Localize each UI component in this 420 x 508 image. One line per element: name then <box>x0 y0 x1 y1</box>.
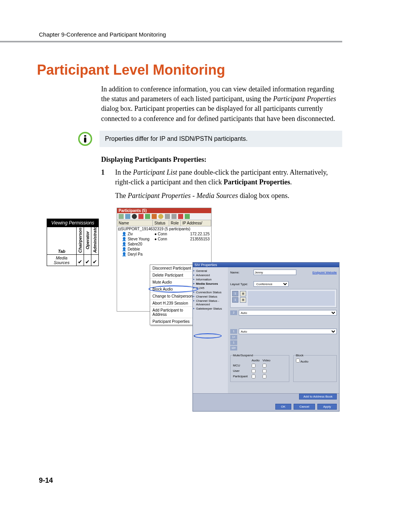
sel-num-2[interactable]: 1 <box>230 329 237 334</box>
sel-num-4[interactable]: 1 <box>230 340 237 345</box>
side-information[interactable]: Information <box>194 277 227 282</box>
context-menu: Disconnect Participant Delete Participan… <box>150 265 200 325</box>
mcu-audio-check[interactable] <box>252 364 256 368</box>
menu-add-address[interactable]: Add Participant to Address <box>150 307 199 318</box>
intro-text-b: Participant Properties <box>273 95 336 103</box>
tb-icon-4[interactable] <box>138 214 144 219</box>
cancel-button[interactable]: Cancel <box>294 404 315 410</box>
tb-icon-11[interactable] <box>185 214 190 219</box>
tb-icon-1[interactable] <box>119 214 124 219</box>
layout-type-label: Layout Type: <box>230 282 254 286</box>
side-gatekeeper-status[interactable]: Gatekeeper Status <box>194 307 227 311</box>
tb-icon-6[interactable] <box>152 214 157 219</box>
layout-btn-1[interactable]: 1 <box>232 291 238 296</box>
note-box: Properties differ for IP and ISDN/PSTN p… <box>100 131 342 147</box>
name-label: Name: <box>230 271 254 274</box>
menu-disconnect[interactable]: Disconnect Participant <box>150 265 199 272</box>
audio-header: Audio <box>252 359 262 362</box>
user-audio-check[interactable] <box>252 369 256 373</box>
apply-button[interactable]: Apply <box>317 404 337 410</box>
perm-check-1: ✔ <box>84 255 91 266</box>
tb-icon-10[interactable] <box>178 214 183 219</box>
side-h245[interactable]: H.245 <box>194 286 227 290</box>
col-name[interactable]: Name <box>117 220 153 226</box>
mute-row-participant: Participant <box>233 375 252 378</box>
menu-abort-h239[interactable]: Abort H.239 Session <box>150 300 199 307</box>
sel-num-5[interactable]: 10+ <box>230 346 237 350</box>
mcu-video-check[interactable] <box>262 364 266 368</box>
participant-video-check[interactable] <box>262 375 266 378</box>
col-status[interactable]: Status <box>153 220 169 226</box>
layout-type-select[interactable]: Conference <box>254 281 289 287</box>
auto-select-2[interactable]: Auto <box>239 329 337 334</box>
participants-group[interactable]: ⊟ SUPPORT_1914632319 (5 participants) <box>117 226 211 231</box>
sidebar-highlight-oval <box>194 333 222 338</box>
intro-paragraph: In addition to conference information, y… <box>101 84 342 124</box>
dialog-sidebar: General Advanced Information Media Sourc… <box>193 267 228 393</box>
ok-button[interactable]: OK <box>275 404 292 410</box>
endpoint-website-link[interactable]: Endpoint Website <box>312 271 337 274</box>
side-channel-status[interactable]: Channel Status <box>194 294 227 299</box>
tb-icon-9[interactable] <box>172 214 177 219</box>
block-audio-label[interactable]: Audio <box>296 360 308 363</box>
menu-delete[interactable]: Delete Participant <box>150 272 199 279</box>
layout-preview: 1 1 ▦ ▦ <box>230 289 337 308</box>
menu-chairperson[interactable]: Change to Chairperson <box>150 293 199 300</box>
side-advanced[interactable]: Advanced <box>194 273 227 277</box>
table-row[interactable]: 👤 Daryl Pa <box>117 252 211 257</box>
table-row[interactable]: 👤 Ziv● Conn172.22.125 <box>117 231 211 236</box>
participant-properties-dialog: SIV Properties General Advanced Informat… <box>192 262 340 412</box>
perm-check-2: ✔ <box>91 255 99 266</box>
perm-check-0: ✔ <box>77 255 84 266</box>
tb-icon-2[interactable] <box>125 214 130 219</box>
note-icon <box>78 131 93 146</box>
layout-btn-3[interactable]: ▦ <box>240 291 246 296</box>
sel-num-3[interactable]: 1+ <box>230 335 237 340</box>
highlight-oval <box>149 286 198 293</box>
name-input[interactable] <box>254 270 296 275</box>
perm-col-2: Administrator <box>93 228 97 253</box>
mute-title: Mute/Suspend <box>233 354 253 357</box>
menu-participant-properties[interactable]: Participant Properties <box>150 318 199 325</box>
step-1-text: In the Participant List pane double-clic… <box>115 168 342 204</box>
table-row[interactable]: 👤 Debbie <box>117 247 211 252</box>
side-general[interactable]: General <box>194 269 227 273</box>
participant-audio-check[interactable] <box>252 375 256 378</box>
participants-title: Participants (5) <box>117 208 211 213</box>
block-box: Block Audio <box>293 354 337 382</box>
tb-icon-8[interactable] <box>165 214 170 219</box>
step-number: 1 <box>101 168 115 204</box>
tb-icon-5[interactable] <box>145 214 150 219</box>
permissions-table: Viewing Permissions Tab Chairperson Oper… <box>47 219 99 266</box>
chapter-header: Chapter 9-Conference and Participant Mon… <box>0 31 342 42</box>
mute-row-user: User <box>233 369 252 373</box>
side-connection-status[interactable]: Connection Status <box>194 290 227 294</box>
add-address-book-button[interactable]: Add to Address Book <box>299 394 337 399</box>
tb-icon-3[interactable] <box>132 214 137 219</box>
svg-rect-1 <box>84 135 86 137</box>
page-title: Participant Level Monitoring <box>37 62 420 78</box>
block-audio-check[interactable] <box>296 359 300 363</box>
user-video-check[interactable] <box>262 369 266 373</box>
col-role[interactable]: Role <box>169 220 181 226</box>
layout-cells <box>248 291 335 306</box>
intro-text-c: dialog box. Participant properties can b… <box>101 105 335 122</box>
auto-select-1[interactable]: Auto <box>239 310 337 315</box>
side-channel-status-adv[interactable]: Channel Status - Advanced <box>194 299 227 307</box>
side-media-sources[interactable]: Media Sources <box>194 282 227 286</box>
tb-icon-7[interactable] <box>158 214 163 219</box>
table-row[interactable]: 👤 Steve Young● Conn213555153 <box>117 236 211 242</box>
layout-btn-4[interactable]: ▦ <box>240 297 246 303</box>
participants-toolbar[interactable] <box>117 213 211 220</box>
subheading: Displaying Participants Properties: <box>101 155 342 165</box>
perm-tab-label: Tab <box>47 227 77 255</box>
perm-col-0: Chairperson <box>78 228 82 253</box>
sel-num-1[interactable]: 2 <box>230 310 237 315</box>
layout-btn-2[interactable]: 1 <box>232 297 238 303</box>
table-row[interactable]: 👤 Sabre20 <box>117 242 211 247</box>
page-number: 9-14 <box>39 476 53 485</box>
dialog-titlebar[interactable]: SIV Properties <box>193 263 339 267</box>
video-header: Video <box>262 359 273 362</box>
menu-mute[interactable]: Mute Audio <box>150 279 199 286</box>
col-ip[interactable]: IP Address/ <box>181 220 211 226</box>
